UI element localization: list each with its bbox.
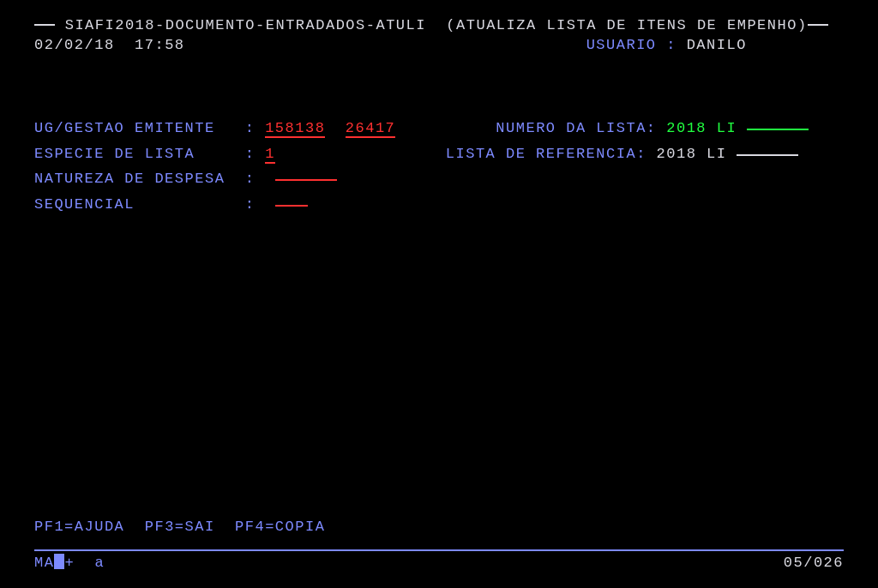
numero-lista-field[interactable] — [747, 129, 809, 130]
cursor-position: 05/026 — [784, 555, 844, 571]
date: 02/02/18 — [34, 37, 115, 53]
usuario-name: DANILO — [687, 37, 747, 53]
time: 17:58 — [135, 37, 185, 53]
numero-lista-label: NUMERO DA LISTA: — [496, 120, 656, 136]
natureza-label: NATUREZA DE DESPESA — [34, 171, 225, 187]
lista-ref-type: LI — [707, 146, 726, 162]
status-bar: MA+ a 05/026 — [34, 549, 844, 571]
pf4-key[interactable]: PF4=COPIA — [235, 519, 325, 535]
numero-lista-type: LI — [717, 120, 737, 136]
ug-field[interactable]: 158138 — [265, 120, 325, 138]
lista-ref-label: LISTA DE REFERENCIA: — [446, 146, 646, 162]
ug-gestao-label: UG/GESTAO EMITENTE — [34, 120, 215, 136]
especie-field[interactable]: 1 — [265, 146, 275, 164]
pf3-key[interactable]: PF3=SAI — [145, 519, 215, 535]
function-keys: PF1=AJUDA PF3=SAI PF4=COPIA — [34, 519, 325, 535]
natureza-field[interactable] — [275, 179, 337, 181]
status-plus: + — [64, 555, 75, 571]
screen-header: SIAFI2018-DOCUMENTO-ENTRADADOS-ATULI (AT… — [34, 17, 844, 33]
gestao-field[interactable]: 26417 — [346, 120, 396, 138]
sequencial-label: SEQUENCIAL — [34, 196, 135, 213]
status-letter: a — [95, 555, 105, 571]
sequencial-field[interactable] — [275, 205, 308, 207]
numero-lista-year: 2018 — [666, 120, 707, 136]
lista-ref-year: 2018 — [657, 146, 697, 162]
screen-title: SIAFI2018-DOCUMENTO-ENTRADADOS-ATULI (AT… — [65, 17, 808, 33]
date-time-user-line: 02/02/18 17:58 USUARIO : DANILO — [34, 37, 844, 53]
status-indicator: MA — [34, 555, 54, 571]
lista-ref-field[interactable] — [737, 154, 798, 156]
pf1-key[interactable]: PF1=AJUDA — [34, 519, 124, 535]
usuario-label: USUARIO : — [586, 37, 677, 53]
cursor-indicator — [54, 554, 64, 569]
especie-label: ESPECIE DE LISTA — [34, 146, 195, 162]
